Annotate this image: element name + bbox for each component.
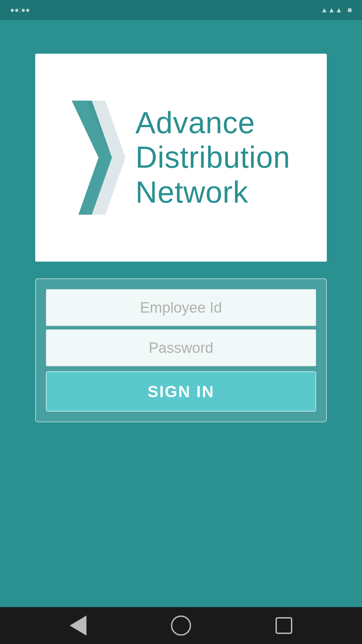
status-bar-left: ●●:●● [10, 6, 30, 14]
password-input[interactable] [46, 329, 316, 366]
status-time: ●●:●● [10, 6, 30, 14]
status-bar-right: ▲▲▲ ■ [320, 6, 352, 14]
employee-id-input[interactable] [46, 289, 316, 326]
recent-icon [276, 617, 292, 634]
logo-text-block: Advance Distribution Network [135, 106, 290, 210]
back-nav-button[interactable] [65, 612, 92, 639]
home-icon [171, 615, 191, 636]
back-icon [70, 615, 86, 636]
status-signal: ▲▲▲ [320, 6, 342, 14]
logo-line2: Distribution [135, 140, 290, 175]
status-battery: ■ [348, 6, 352, 14]
nav-bar [0, 607, 362, 644]
logo-icon [72, 94, 125, 221]
login-form-card: SIGN IN [35, 278, 327, 422]
main-content: Advance Distribution Network SIGN IN [0, 20, 362, 607]
logo-line3: Network [135, 175, 290, 210]
sign-in-button[interactable]: SIGN IN [46, 371, 316, 412]
status-bar: ●●:●● ▲▲▲ ■ [0, 0, 362, 20]
home-nav-button[interactable] [168, 612, 194, 639]
logo-line1: Advance [135, 106, 290, 141]
recent-nav-button[interactable] [270, 612, 297, 639]
logo-container: Advance Distribution Network [35, 54, 327, 262]
logo-inner: Advance Distribution Network [58, 80, 304, 235]
